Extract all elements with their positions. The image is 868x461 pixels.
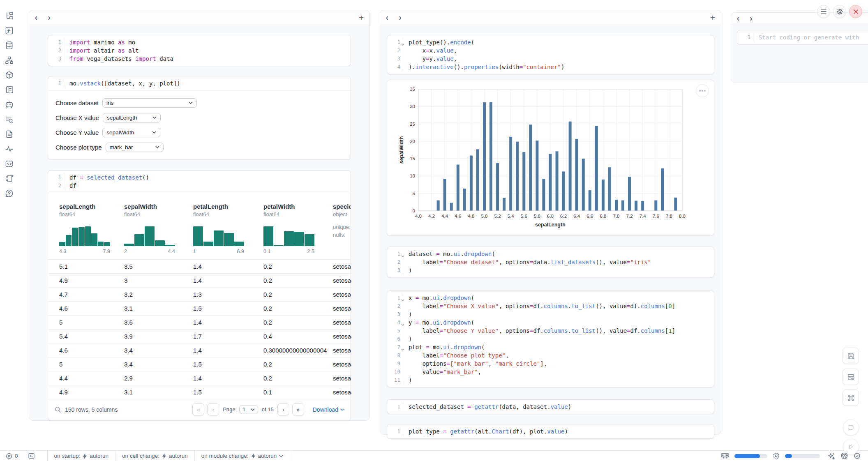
line-number: 1 <box>387 250 403 258</box>
cell-selected-dataset[interactable]: 1selected_dataset = getattr(data, datase… <box>387 399 714 414</box>
table-cell: 0.2 <box>263 361 333 368</box>
table-row[interactable]: 4.42.91.40.2setosa <box>48 371 351 385</box>
scratch-cell[interactable]: 1Start coding or generate with <box>737 30 868 45</box>
outline-icon[interactable] <box>0 82 29 97</box>
histogram-bar <box>85 226 91 246</box>
table-row[interactable]: 53.61.40.2setosa <box>48 315 351 329</box>
chart-menu-icon[interactable] <box>696 84 709 97</box>
histogram-bar <box>284 231 294 246</box>
cell-xy-plot-dropdowns[interactable]: 1x = mo.ui.dropdown(2 label="Choose X va… <box>387 290 714 387</box>
terminal-icon[interactable] <box>23 451 40 461</box>
settings-gear-icon[interactable] <box>833 5 846 18</box>
cell-encode[interactable]: 1plot_type().encode(2 x=x.value,3 y=y.va… <box>387 35 714 74</box>
dropdown-select[interactable]: mark_bar <box>106 143 164 152</box>
cell-dataframe[interactable]: 1df = selected_dataset()2df sepalLengthf… <box>48 170 351 421</box>
cell-imports[interactable]: 1import marimo as mo2import altair as al… <box>48 35 351 66</box>
svg-text:7.4: 7.4 <box>639 214 646 219</box>
dropdown-select[interactable]: sepalWidth <box>102 128 160 137</box>
layout-icon[interactable] <box>843 369 859 385</box>
panel-back-icon[interactable]: ‹ <box>386 14 388 22</box>
table-row[interactable]: 4.93.11.50.1setosa <box>48 385 351 399</box>
table-cell: 3 <box>124 277 193 284</box>
cell-plot-type[interactable]: 1plot_type = getattr(alt.Chart(df), plot… <box>387 424 714 439</box>
table-cell: 1.3 <box>193 291 263 298</box>
table-row[interactable]: 4.931.40.2setosa <box>48 273 351 287</box>
prev-page-button[interactable]: ‹ <box>207 403 219 415</box>
cell-dataset-dropdown[interactable]: 1dataset = mo.ui.dropdown(2 label="Choos… <box>387 247 714 278</box>
close-icon[interactable] <box>849 5 862 18</box>
table-cell: 5 <box>59 319 124 326</box>
table-row[interactable]: 4.73.21.30.2setosa <box>48 287 351 301</box>
functions-icon[interactable] <box>0 23 29 38</box>
logs-icon[interactable] <box>0 112 29 127</box>
snippets-icon[interactable] <box>0 156 29 171</box>
dropdown-row: Choose Y valuesepalWidth <box>55 127 343 138</box>
column-header[interactable]: sepalLengthfloat644.37.9 <box>59 203 124 254</box>
table-cell: 3.2 <box>124 291 193 298</box>
dropdown-select[interactable]: iris <box>102 98 197 108</box>
package-icon[interactable] <box>0 67 29 82</box>
svg-text:10: 10 <box>410 173 415 178</box>
table-row[interactable]: 4.63.41.40.30000000000000004setosa <box>48 343 351 357</box>
save-icon[interactable] <box>843 348 859 364</box>
error-count-badge[interactable]: 0 <box>0 451 23 461</box>
cell-chart-output[interactable]: 051015202530354.04.24.44.64.85.05.25.45.… <box>387 80 714 236</box>
table-cell: 4.6 <box>59 347 124 354</box>
help-icon[interactable] <box>0 186 29 201</box>
dropdown-select[interactable]: sepalLength <box>103 113 161 122</box>
table-cell: 3.1 <box>124 305 193 312</box>
table-cell: 5.1 <box>59 263 124 270</box>
ai-sparkles-icon[interactable] <box>828 452 835 460</box>
code-line: 4).interactive().properties(width="conta… <box>387 63 714 71</box>
line-number: 2 <box>387 258 403 266</box>
first-page-button[interactable]: « <box>192 403 204 415</box>
menu-icon[interactable] <box>817 5 830 18</box>
line-number: 9 <box>387 360 403 368</box>
add-cell-icon[interactable]: + <box>359 14 364 22</box>
column-header[interactable]: speciesobjectunique:nulls: <box>333 203 351 254</box>
panel-back-icon[interactable]: ‹ <box>737 14 739 23</box>
table-cell: 5.4 <box>59 333 124 340</box>
database-icon[interactable] <box>0 38 29 53</box>
altair-bar-chart[interactable]: 051015202530354.04.24.44.64.85.05.25.45.… <box>398 85 714 231</box>
file-tree-icon[interactable] <box>0 8 29 23</box>
dropdown-controls: Choose datasetirisChoose X valuesepalLen… <box>48 91 351 159</box>
panel-back-icon[interactable]: ‹ <box>35 14 37 22</box>
run-icon[interactable] <box>843 439 859 455</box>
dependency-graph-icon[interactable] <box>0 53 29 67</box>
tracing-icon[interactable] <box>0 141 29 156</box>
table-cell: 0.30000000000000004 <box>263 347 333 354</box>
chat-icon[interactable] <box>0 97 29 112</box>
autorun-startup[interactable]: on startup: autorun <box>47 451 115 461</box>
panel-forward-icon[interactable]: › <box>48 14 51 22</box>
documentation-icon[interactable] <box>0 127 29 141</box>
histogram-bar <box>165 245 175 246</box>
download-button[interactable]: Download <box>313 406 344 413</box>
line-number: 1 <box>48 38 64 46</box>
table-cell: 4.4 <box>59 375 124 382</box>
command-icon[interactable] <box>843 390 859 406</box>
search-icon[interactable] <box>55 406 61 413</box>
column-header[interactable]: sepalWidthfloat6424.4 <box>124 203 193 254</box>
column-header[interactable]: petalWidthfloat640.12.5 <box>263 203 333 254</box>
table-row[interactable]: 5.13.51.40.2setosa <box>48 259 351 273</box>
panel-forward-icon[interactable]: › <box>399 14 402 22</box>
add-cell-icon[interactable]: + <box>710 14 715 22</box>
histogram-bar <box>274 245 284 246</box>
stop-icon[interactable] <box>843 420 859 436</box>
page-select[interactable]: 1 <box>239 406 258 413</box>
table-row[interactable]: 5.43.91.70.4setosa <box>48 329 351 343</box>
autorun-cell-change[interactable]: on cell change: autorun <box>115 451 194 461</box>
table-row[interactable]: 53.41.50.2setosa <box>48 357 351 371</box>
column-header[interactable]: petalLengthfloat6416.9 <box>193 203 263 254</box>
last-page-button[interactable]: » <box>292 403 304 415</box>
next-page-button[interactable]: › <box>277 403 289 415</box>
panel-forward-icon[interactable]: › <box>750 14 753 23</box>
table-footer: 150 rows, 5 columns « ‹ Page 1 of 15 › »… <box>48 399 351 420</box>
cell-vstack[interactable]: 1mo.vstack([dataset, x, y, plot]) Choose… <box>48 76 351 160</box>
table-row[interactable]: 4.63.11.50.2setosa <box>48 301 351 315</box>
autorun-module-change[interactable]: on module change: autorun <box>194 451 291 461</box>
table-cell: 5 <box>59 361 124 368</box>
scratchpad-icon[interactable] <box>0 171 29 186</box>
svg-text:0: 0 <box>413 208 415 213</box>
